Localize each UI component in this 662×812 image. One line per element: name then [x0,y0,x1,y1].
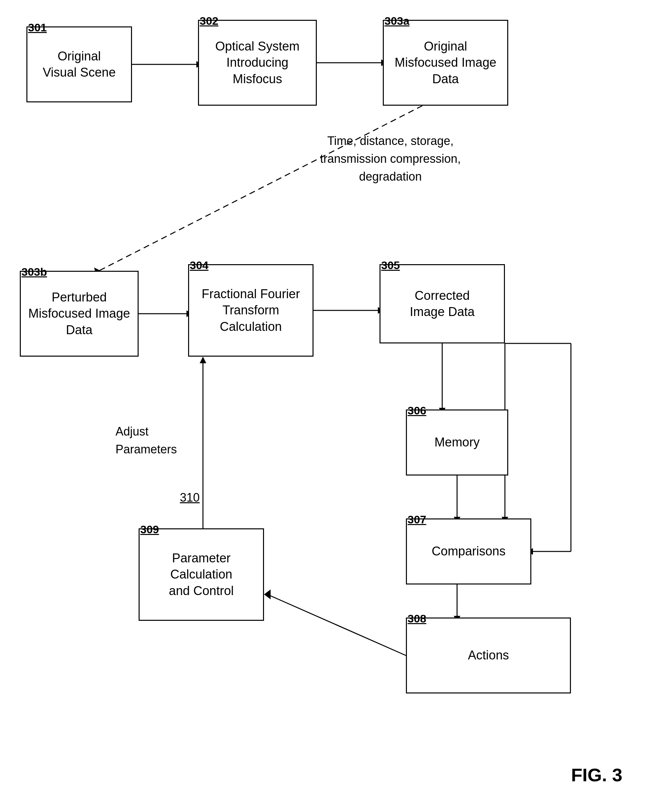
label-301: 301 [28,20,47,35]
310-label: 310 [180,491,200,504]
degradation-label: Time, distance, storage, transmission co… [320,134,461,183]
label-305: 305 [381,258,400,272]
box-301: 301 Original Visual Scene [26,26,132,102]
label-303b: 303b [21,264,47,279]
box-309: 309 Parameter Calculation and Control [138,528,264,621]
label-302: 302 [200,13,219,28]
adjust-params-label: Adjust Parameters [116,425,177,456]
box-303b: 303b Perturbed Misfocused Image Data [20,271,138,357]
label-308: 308 [408,611,426,626]
box-308: 308 Actions [406,617,571,693]
box-306: 306 Memory [406,409,508,475]
box-303a: 303a Original Misfocused Image Data [383,20,508,106]
degradation-text: Time, distance, storage, transmission co… [320,132,461,185]
box-302: 302 Optical System Introducing Misfocus [198,20,317,106]
box-309-text: Parameter Calculation and Control [169,550,234,599]
box-305: 305 Corrected Image Data [379,264,505,343]
svg-line-25 [267,594,406,656]
diagram-container: 301 Original Visual Scene 302 Optical Sy… [0,0,662,812]
box-305-text: Corrected Image Data [410,288,474,320]
box-304-text: Fractional Fourier Transform Calculation [202,286,300,335]
adjust-parameters-text: Adjust Parameters [116,423,177,458]
box-306-text: Memory [434,434,479,450]
label-309: 309 [140,522,159,536]
svg-marker-26 [264,590,271,599]
fig-label: FIG. 3 [571,764,622,786]
box-304: 304 Fractional Fourier Transform Calcula… [188,264,313,357]
label-303a: 303a [384,13,410,28]
label-306: 306 [408,403,426,418]
box-302-text: Optical System Introducing Misfocus [215,38,300,87]
box-307: 307 Comparisons [406,519,531,585]
box-308-text: Actions [468,647,509,664]
310-label-text: 310 [180,489,200,507]
label-304: 304 [190,258,209,272]
box-303b-text: Perturbed Misfocused Image Data [28,289,130,338]
svg-line-4 [99,106,423,271]
box-301-text: Original Visual Scene [43,48,116,81]
svg-marker-24 [200,357,206,363]
box-303a-text: Original Misfocused Image Data [395,38,496,87]
label-307: 307 [408,512,426,527]
box-307-text: Comparisons [432,543,506,559]
